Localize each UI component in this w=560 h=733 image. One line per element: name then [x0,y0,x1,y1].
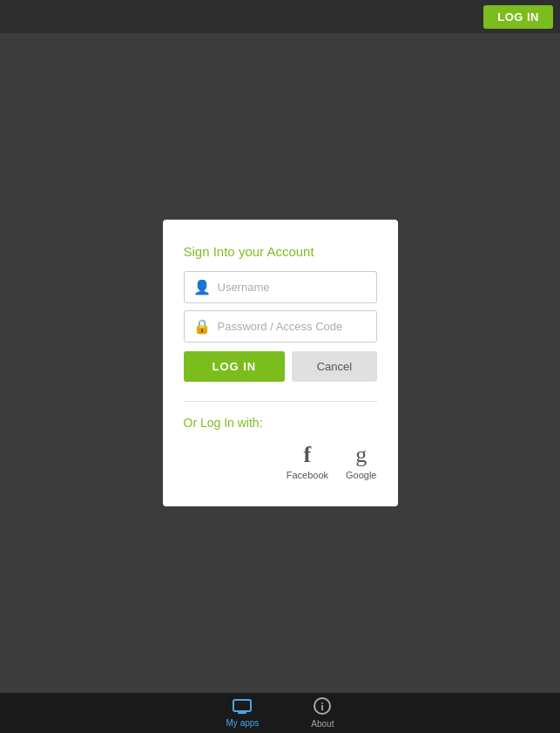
password-input[interactable] [218,320,368,333]
or-log-in-label: Or Log In with: [184,416,377,430]
username-input-row: 👤 [184,271,377,303]
login-button[interactable]: LOG IN [184,351,286,382]
user-icon: 👤 [193,279,211,295]
modal-title: Sign Into your Account [184,244,377,259]
action-buttons: LOG IN Cancel [184,351,377,382]
social-login-row: f Facebook g Google [184,444,377,480]
facebook-login[interactable]: f Facebook [287,444,328,480]
top-login-button[interactable]: LOG IN [483,5,553,29]
lock-icon: 🔒 [193,318,211,335]
svg-rect-0 [233,700,251,711]
my-apps-label: My apps [226,718,260,728]
facebook-label: Facebook [287,470,328,480]
tab-my-apps[interactable]: My apps [226,699,260,728]
svg-text:i: i [321,701,325,713]
cancel-button[interactable]: Cancel [292,351,376,382]
bottom-tab-bar: My apps i About [0,693,560,733]
about-label: About [311,719,334,729]
google-label: Google [346,470,376,480]
google-icon: g [355,444,367,466]
login-modal: Sign Into your Account 👤 🔒 LOG IN Cancel… [163,220,398,506]
facebook-icon: f [304,444,312,466]
about-icon: i [314,697,331,717]
password-input-row: 🔒 [184,310,377,343]
username-input[interactable] [218,281,368,294]
google-login[interactable]: g Google [346,444,376,480]
my-apps-icon [233,699,252,716]
top-bar: LOG IN [0,0,560,33]
main-area: Sign Into your Account 👤 🔒 LOG IN Cancel… [0,33,560,693]
tab-about[interactable]: i About [311,697,334,729]
divider [184,401,377,402]
